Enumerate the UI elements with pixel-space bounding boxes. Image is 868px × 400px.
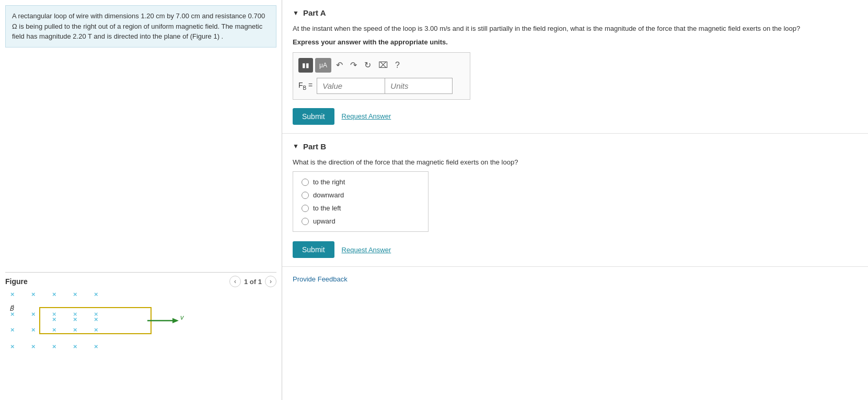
part-b-header: ▼ Part B bbox=[293, 142, 858, 151]
toolbar-help-btn[interactable]: ? bbox=[392, 58, 402, 73]
part-b-section: ▼ Part B What is the direction of the fo… bbox=[282, 134, 868, 267]
figure-page: 1 of 1 bbox=[244, 278, 262, 286]
radio-to-the-left[interactable] bbox=[302, 205, 309, 212]
field-x-mark: × bbox=[73, 343, 77, 350]
option-label-to-the-left: to the left bbox=[313, 204, 341, 212]
part-b-triangle: ▼ bbox=[293, 143, 299, 150]
left-panel: A rectangular loop of wire with dimensio… bbox=[0, 0, 282, 400]
option-upward[interactable]: upward bbox=[302, 217, 420, 225]
figure-nav: ‹ 1 of 1 › bbox=[229, 276, 276, 287]
input-row: FB = bbox=[298, 78, 465, 94]
toolbar-grid-btn[interactable]: ▮▮ bbox=[298, 58, 313, 73]
eq-label: FB = bbox=[298, 81, 313, 91]
value-input[interactable] bbox=[317, 78, 385, 94]
problem-text: A rectangular loop of wire with dimensio… bbox=[12, 12, 265, 40]
eq-sub: B bbox=[303, 85, 307, 90]
provide-feedback-link[interactable]: Provide Feedback bbox=[282, 267, 868, 291]
velocity-label: v bbox=[180, 313, 184, 321]
figure-section: Figure ‹ 1 of 1 › × × × × × B⃗ × × × × × bbox=[5, 272, 276, 395]
part-b-request-button[interactable]: Request Answer bbox=[342, 246, 391, 254]
field-x-mark: × bbox=[94, 315, 98, 323]
option-label-to-the-right: to the right bbox=[313, 178, 345, 186]
field-x-mark: × bbox=[52, 315, 56, 323]
options-box: to the right downward to the left upward bbox=[293, 171, 429, 232]
part-a-question: At the instant when the speed of the loo… bbox=[293, 23, 858, 34]
part-a-request-button[interactable]: Request Answer bbox=[342, 112, 391, 120]
figure-diagram: × × × × × B⃗ × × × × × × × × × × × × × bbox=[5, 290, 276, 395]
field-x-mark: × bbox=[52, 290, 56, 298]
radio-downward[interactable] bbox=[302, 192, 309, 199]
field-x-mark: × bbox=[94, 290, 98, 298]
part-a-section: ▼ Part A At the instant when the speed o… bbox=[282, 0, 868, 134]
figure-header: Figure ‹ 1 of 1 › bbox=[5, 272, 276, 290]
option-downward[interactable]: downward bbox=[302, 191, 420, 199]
toolbar-undo-btn[interactable]: ↶ bbox=[333, 58, 345, 73]
field-x-mark: × bbox=[94, 343, 98, 350]
units-input[interactable] bbox=[385, 78, 453, 94]
next-figure-button[interactable]: › bbox=[265, 276, 276, 287]
problem-description: A rectangular loop of wire with dimensio… bbox=[5, 5, 276, 48]
field-x-mark: × bbox=[10, 343, 15, 350]
part-b-submit-button[interactable]: Submit bbox=[293, 241, 334, 258]
part-b-question: What is the direction of the force that … bbox=[293, 157, 858, 168]
radio-to-the-right[interactable] bbox=[302, 179, 309, 186]
toolbar-keyboard-btn[interactable]: ⌧ bbox=[376, 58, 390, 73]
part-a-label: Part A bbox=[303, 8, 326, 17]
field-x-mark: × bbox=[10, 326, 15, 334]
field-x-mark: × bbox=[10, 310, 15, 318]
field-x-mark: × bbox=[52, 343, 56, 350]
field-x-mark: × bbox=[31, 290, 36, 298]
toolbar-reset-btn[interactable]: ↻ bbox=[362, 58, 374, 73]
svg-marker-1 bbox=[172, 318, 179, 323]
option-to-the-left[interactable]: to the left bbox=[302, 204, 420, 212]
part-a-submit-button[interactable]: Submit bbox=[293, 108, 334, 125]
field-x-mark: × bbox=[31, 326, 36, 334]
part-a-action-row: Submit Request Answer bbox=[293, 108, 858, 125]
field-x-mark: × bbox=[52, 326, 56, 334]
field-x-mark: × bbox=[31, 310, 36, 318]
field-x-mark: × bbox=[73, 315, 77, 323]
option-to-the-right[interactable]: to the right bbox=[302, 178, 420, 186]
part-a-express: Express your answer with the appropriate… bbox=[293, 38, 858, 46]
right-panel: ▼ Part A At the instant when the speed o… bbox=[282, 0, 868, 400]
field-x-mark: × bbox=[73, 290, 77, 298]
figure-label: Figure bbox=[5, 277, 28, 286]
part-a-header: ▼ Part A bbox=[293, 8, 858, 17]
toolbar-ua-btn[interactable]: μA bbox=[315, 58, 331, 73]
field-x-mark: × bbox=[73, 326, 77, 334]
field-x-mark: × bbox=[10, 290, 15, 298]
toolbar-redo-btn[interactable]: ↷ bbox=[348, 58, 360, 73]
prev-figure-button[interactable]: ‹ bbox=[229, 276, 241, 287]
field-x-mark: × bbox=[31, 343, 36, 350]
toolbar: ▮▮ μA ↶ ↷ ↻ ⌧ ? bbox=[298, 58, 465, 73]
part-a-triangle: ▼ bbox=[293, 9, 299, 17]
radio-upward[interactable] bbox=[302, 218, 309, 225]
part-a-answer-box: ▮▮ μA ↶ ↷ ↻ ⌧ ? FB = bbox=[293, 52, 470, 100]
part-b-label: Part B bbox=[303, 142, 326, 151]
option-label-downward: downward bbox=[313, 191, 344, 199]
velocity-arrow bbox=[147, 315, 179, 326]
field-x-mark: × bbox=[94, 326, 98, 334]
option-label-upward: upward bbox=[313, 217, 335, 225]
part-b-action-row: Submit Request Answer bbox=[293, 241, 858, 258]
